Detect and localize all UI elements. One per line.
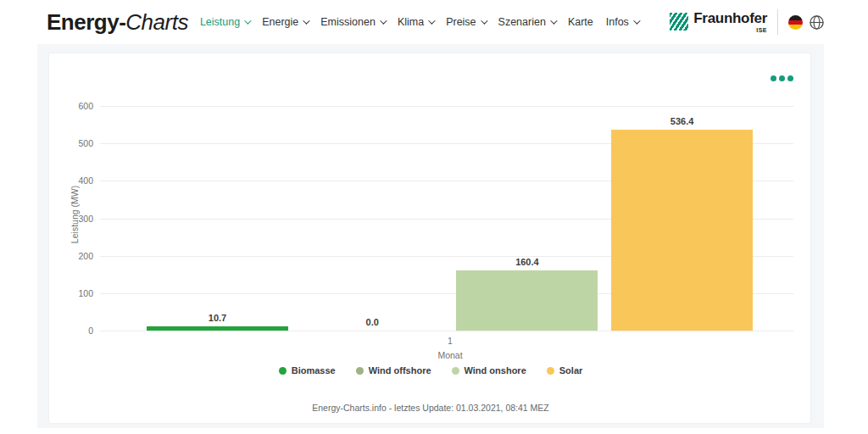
chevron-down-icon <box>481 17 487 24</box>
logo-charts: Charts <box>125 9 188 35</box>
x-axis-tick: 1 <box>407 336 493 346</box>
chart-footer-note: Energy-Charts.info - letztes Update: 01.… <box>49 403 812 413</box>
nav-item-preise[interactable]: Preise <box>446 16 485 28</box>
german-flag-icon[interactable] <box>788 15 803 30</box>
bar-value-label: 160.4 <box>456 257 598 267</box>
legend-color-dot-icon <box>279 367 287 375</box>
legend-item-wind-onshore[interactable]: Wind onshore <box>452 365 526 376</box>
chevron-down-icon <box>428 17 435 24</box>
main-nav: LeistungEnergieEmissionenKlimaPreiseSzen… <box>200 16 638 28</box>
chevron-down-icon <box>633 17 640 24</box>
legend-color-dot-icon <box>452 367 459 375</box>
legend-item-wind-offshore[interactable]: Wind offshore <box>356 365 431 376</box>
legend-color-dot-icon <box>356 367 364 375</box>
legend-label: Wind onshore <box>465 365 526 376</box>
nav-item-emissionen[interactable]: Emissionen <box>320 16 385 28</box>
fraunhofer-mark-icon <box>670 13 688 31</box>
chevron-down-icon <box>244 17 251 24</box>
bar-value-label: 0.0 <box>302 317 443 327</box>
nav-item-szenarien[interactable]: Szenarien <box>498 16 555 28</box>
legend-label: Solar <box>559 365 583 376</box>
fraunhofer-institute: ISE <box>756 27 767 33</box>
y-axis-tick: 500 <box>54 138 93 148</box>
nav-item-energie[interactable]: Energie <box>262 16 308 28</box>
y-axis-tick: 100 <box>54 288 93 298</box>
chart-legend: BiomasseWind offshoreWind onshoreSolar <box>49 365 812 376</box>
bar-value-label: 10.7 <box>147 313 288 323</box>
chevron-down-icon <box>303 17 309 24</box>
language-switch <box>788 15 824 30</box>
fraunhofer-name: Fraunhofer <box>693 11 767 25</box>
bar-value-label: 536.4 <box>611 116 753 126</box>
logo-energy: Energy- <box>47 9 125 35</box>
nav-item-infos[interactable]: Infos <box>606 16 638 28</box>
header-divider <box>777 9 778 35</box>
fraunhofer-logo[interactable]: Fraunhofer ISE <box>670 11 767 33</box>
y-axis-tick: 300 <box>54 214 93 224</box>
legend-item-solar[interactable]: Solar <box>547 365 583 376</box>
legend-label: Wind offshore <box>369 365 431 376</box>
header: Energy-Charts LeistungEnergieEmissionenK… <box>0 0 868 44</box>
globe-icon[interactable] <box>810 15 824 30</box>
legend-item-biomasse[interactable]: Biomasse <box>279 365 336 376</box>
y-axis-tick: 400 <box>54 175 93 186</box>
bar-wind-onshore[interactable] <box>456 270 598 331</box>
y-axis-tick: 600 <box>54 101 93 111</box>
main-content: Leistung (MW) 1 Monat 010020030040050060… <box>37 44 824 428</box>
chevron-down-icon <box>380 17 387 24</box>
chart-card: Leistung (MW) 1 Monat 010020030040050060… <box>48 53 811 424</box>
site-logo[interactable]: Energy-Charts <box>47 9 188 36</box>
gridline <box>100 331 793 331</box>
x-axis-title: Monat <box>407 350 493 360</box>
bar-biomasse[interactable] <box>147 326 288 331</box>
nav-item-leistung[interactable]: Leistung <box>200 16 249 28</box>
nav-item-klima[interactable]: Klima <box>398 16 433 28</box>
gridline <box>100 106 793 107</box>
y-axis-tick: 0 <box>54 326 93 336</box>
nav-item-karte[interactable]: Karte <box>568 16 593 28</box>
chevron-down-icon <box>550 17 557 24</box>
legend-label: Biomasse <box>292 365 336 376</box>
header-right: Fraunhofer ISE <box>670 0 824 44</box>
legend-color-dot-icon <box>547 367 554 375</box>
bar-solar[interactable] <box>611 130 753 331</box>
y-axis-tick: 200 <box>54 251 93 261</box>
